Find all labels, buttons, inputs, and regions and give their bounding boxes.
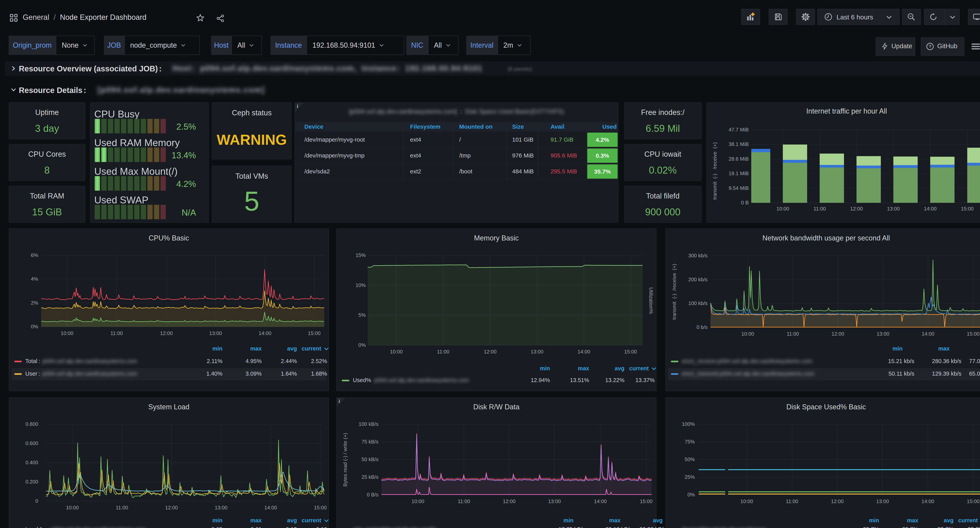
svg-text:?: ? (929, 44, 931, 49)
